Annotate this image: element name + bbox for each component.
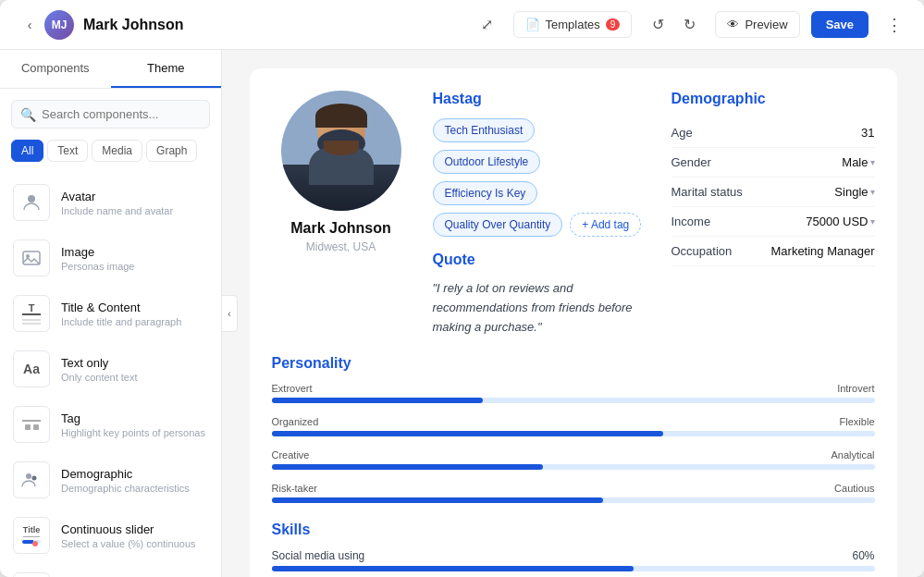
skills-bars: Social media using 60% Comfortable with …	[272, 549, 875, 577]
tag-icon	[13, 406, 50, 443]
slider-track-3[interactable]	[272, 497, 875, 503]
component-balance-slider[interactable]: ⟺ Balance slider Balance slider	[0, 563, 221, 577]
slider-fill-1	[272, 431, 664, 436]
personality-section: Personality Extrovert Introvert Organize…	[272, 355, 875, 503]
tag-outdoor: Outdoor Lifestyle	[433, 150, 541, 174]
skill-label-0: Social media using	[272, 549, 365, 562]
gender-dropdown[interactable]: Male ▾	[842, 155, 874, 169]
more-options-button[interactable]: ⋮	[880, 10, 909, 40]
skill-pct-0: 60%	[852, 549, 874, 562]
hashtag-section: Hastag Tech Enthusiast Outdoor Lifestyle…	[433, 91, 649, 237]
personality-slider-3: Risk-taker Cautious	[272, 483, 875, 503]
component-continuous-slider-info: Continuous slider Select a value (%) con…	[61, 522, 208, 549]
svg-point-0	[28, 195, 35, 203]
slider-track-2[interactable]	[272, 464, 875, 470]
notification-badge: 9	[606, 18, 621, 31]
header-actions: ⤢ 📄 Templates 9 ↺ ↻ 👁 Preview Save ⋮	[473, 10, 909, 40]
chevron-down-icon-2: ▾	[870, 187, 875, 197]
tab-components[interactable]: Components	[0, 50, 111, 88]
filter-tab-graph[interactable]: Graph	[146, 140, 197, 162]
demographic-title: Demographic	[671, 91, 875, 107]
component-image-info: Image Personas image	[61, 245, 208, 272]
component-image[interactable]: Image Personas image	[0, 230, 221, 286]
profile-section: Mark Johnson Midwest, USA	[272, 91, 411, 337]
personality-slider-1: Organized Flexible	[272, 416, 875, 436]
header-title: Mark Johnson	[83, 17, 473, 33]
component-demographic[interactable]: Demographic Demographic characteristics	[0, 452, 221, 508]
sidebar-collapse-button[interactable]: ‹	[222, 295, 238, 332]
text-icon: Aa	[13, 350, 50, 387]
component-avatar[interactable]: Avatar Include name and avatar	[0, 175, 221, 230]
app-container: ‹ MJ Mark Johnson ⤢ 📄 Templates 9 ↺ ↻ 👁 …	[0, 0, 924, 577]
skill-bar-fill-0	[272, 566, 634, 571]
expand-icon-button[interactable]: ⤢	[473, 10, 502, 40]
income-dropdown[interactable]: 75000 USD ▾	[806, 215, 874, 228]
slider-track-1[interactable]	[272, 431, 875, 436]
quote-section: Quote "I rely a lot on reviews and recom…	[433, 252, 649, 337]
persona-top: Mark Johnson Midwest, USA Hastag Tech En…	[272, 91, 875, 337]
skill-bar-track-0	[272, 566, 875, 571]
demo-row-gender: Gender Male ▾	[671, 148, 875, 178]
sidebar-tabs: Components Theme	[0, 50, 221, 89]
trait-left-2: Creative	[272, 449, 310, 460]
avatar-icon	[13, 184, 50, 221]
image-icon	[13, 239, 50, 276]
demographic-section: Demographic Age 31 Gender Mal	[671, 91, 875, 337]
filter-tab-text[interactable]: Text	[47, 140, 88, 162]
undo-button[interactable]: ↺	[643, 10, 672, 40]
trait-right-3: Cautious	[834, 483, 874, 494]
component-text-only[interactable]: Aa Text only Only content text	[0, 341, 221, 397]
trait-right-2: Analytical	[831, 449, 874, 460]
svg-point-3	[26, 473, 31, 479]
tab-theme[interactable]: Theme	[111, 50, 222, 88]
personality-title: Personality	[272, 355, 875, 372]
middle-column: Hastag Tech Enthusiast Outdoor Lifestyle…	[433, 91, 649, 337]
component-list: Avatar Include name and avatar Image Per…	[0, 171, 221, 577]
search-box: 🔍	[11, 100, 210, 129]
slider-track-0[interactable]	[272, 398, 875, 403]
filter-tabs: All Text Media Graph	[0, 140, 221, 171]
component-demographic-info: Demographic Demographic characteristics	[61, 467, 208, 494]
demo-row-age: Age 31	[671, 118, 875, 148]
search-input[interactable]	[11, 100, 210, 129]
slider-fill-3	[272, 497, 604, 503]
skill-row-0: Social media using 60%	[272, 549, 875, 571]
marital-dropdown[interactable]: Single ▾	[834, 185, 874, 199]
templates-button[interactable]: 📄 Templates 9	[513, 11, 633, 38]
document-icon: 📄	[525, 18, 540, 31]
preview-button[interactable]: 👁 Preview	[715, 11, 799, 38]
sidebar: Components Theme 🔍 All Text Media Graph	[0, 50, 222, 577]
quote-text: "I rely a lot on reviews and recommendat…	[433, 279, 649, 337]
main-layout: Components Theme 🔍 All Text Media Graph	[0, 50, 924, 577]
component-title-content[interactable]: T Title & Content Include title and para…	[0, 286, 221, 341]
demo-row-marital: Marital status Single ▾	[671, 178, 875, 207]
filter-tab-media[interactable]: Media	[92, 140, 142, 162]
skills-title: Skills	[272, 522, 875, 538]
collapse-left-button[interactable]: ‹	[15, 10, 44, 40]
trait-left-1: Organized	[272, 416, 319, 427]
skills-section: Skills Social media using 60% Comfortabl…	[272, 522, 875, 577]
canvas: ‹	[222, 50, 924, 577]
slider-fill-2	[272, 464, 543, 470]
component-continuous-slider[interactable]: Title Continuous slider Select a value (…	[0, 508, 221, 563]
profile-photo	[281, 91, 401, 211]
personality-sliders: Extrovert Introvert Organized Flexible C…	[272, 383, 875, 503]
chevron-down-icon: ▾	[870, 157, 875, 167]
header-avatar: MJ	[44, 10, 74, 40]
persona-card: Mark Johnson Midwest, USA Hastag Tech En…	[250, 68, 897, 577]
eye-icon: 👁	[727, 18, 739, 31]
add-tag-button[interactable]: + Add tag	[570, 213, 641, 237]
component-text-only-info: Text only Only content text	[61, 356, 208, 383]
slider-fill-0	[272, 398, 483, 403]
svg-point-4	[32, 476, 37, 481]
component-tag[interactable]: Tag Highlight key points of personas	[0, 397, 221, 452]
filter-tab-all[interactable]: All	[11, 140, 43, 162]
quote-title: Quote	[433, 252, 649, 268]
undo-redo-group: ↺ ↻	[643, 10, 704, 40]
hashtag-title: Hastag	[433, 91, 649, 107]
personality-slider-2: Creative Analytical	[272, 449, 875, 470]
tag-tech-enthusiast: Tech Enthusiast	[433, 118, 536, 142]
save-button[interactable]: Save	[811, 11, 869, 38]
redo-button[interactable]: ↻	[674, 10, 704, 40]
demographic-icon	[13, 461, 50, 498]
